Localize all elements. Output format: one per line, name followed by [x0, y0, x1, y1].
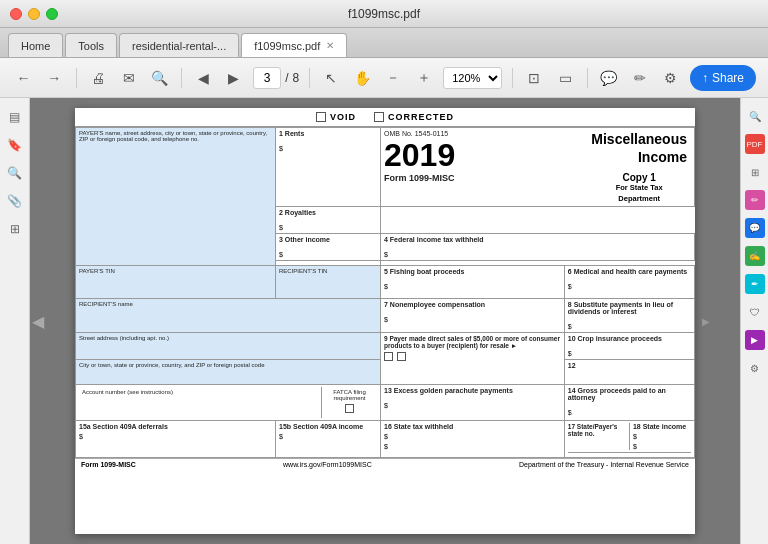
pan-tool[interactable]: ✋	[351, 64, 374, 92]
box12-cell: 12	[564, 360, 694, 385]
void-checkbox[interactable]	[316, 112, 326, 122]
box4-dollar: $	[384, 251, 691, 258]
box8-cell: 8 Substitute payments in lieu of dividen…	[564, 299, 694, 333]
box15a-dollar: $	[79, 433, 272, 440]
box7-dollar: $	[384, 316, 561, 323]
page-separator: /	[285, 71, 288, 85]
footer-form-name: Form 1099-MISC	[81, 461, 136, 468]
form-main-table: PAYER'S name, street address, city or to…	[75, 127, 695, 458]
scroll-right-arrow[interactable]: ▶	[702, 316, 710, 327]
box5-label: 5 Fishing boat proceeds	[384, 268, 561, 275]
box16-dollar2: $	[384, 443, 561, 450]
box15a-label: 15a Section 409A deferrals	[79, 423, 272, 430]
box18-inner: 18 State income $ $	[630, 423, 691, 450]
right-icon-security[interactable]: 🛡	[745, 302, 765, 322]
box10-dollar: $	[568, 350, 691, 357]
zoom-out-button[interactable]: －	[382, 64, 405, 92]
corrected-checkbox[interactable]	[374, 112, 384, 122]
copy-label: Copy 1	[591, 172, 687, 183]
form-name-label: Form 1099-MISC	[384, 173, 455, 183]
page-number-input[interactable]	[253, 67, 281, 89]
tab-residential[interactable]: residential-rental-...	[119, 33, 239, 57]
tab-f1099msc[interactable]: f1099msc.pdf ✕	[241, 33, 347, 57]
right-icon-edit[interactable]: ✏	[745, 190, 765, 210]
box5-cell: 5 Fishing boat proceeds $	[381, 266, 565, 299]
tabs-bar: Home Tools residential-rental-... f1099m…	[0, 28, 768, 58]
zoom-out-search[interactable]: 🔍	[148, 64, 171, 92]
zoom-in-button[interactable]: ＋	[412, 64, 435, 92]
zoom-select[interactable]: 120% 100% 75%	[443, 67, 502, 89]
box8-label: 8 Substitute payments in lieu of dividen…	[568, 301, 691, 315]
minimize-button[interactable]	[28, 8, 40, 20]
share-icon: ↑	[702, 71, 708, 85]
box2-cell: 2 Royalties $	[276, 207, 381, 234]
toolbar: ← → 🖨 ✉ 🔍 ◀ ▶ / 8 ↖ ✋ － ＋ 120% 100% 75% …	[0, 58, 768, 98]
next-page-button[interactable]: ▶	[222, 64, 245, 92]
more-tools-button[interactable]: ⚙	[659, 64, 682, 92]
payer-name-cell: PAYER'S name, street address, city or to…	[76, 128, 276, 266]
email-button[interactable]: ✉	[117, 64, 140, 92]
scroll-left-arrow[interactable]: ◀	[32, 312, 44, 331]
year-display: 2019	[384, 139, 455, 171]
tab-close-icon[interactable]: ✕	[326, 40, 334, 51]
copy-sublabel: For State TaxDepartment	[591, 183, 687, 204]
box17-inner: 17 State/Payer's state no.	[568, 423, 630, 450]
right-icon-fill[interactable]: ✍	[745, 246, 765, 266]
window-title: f1099msc.pdf	[348, 7, 420, 21]
box9-checkbox2[interactable]	[397, 352, 406, 361]
right-sidebar-zoom-icon[interactable]: 🔍	[745, 106, 765, 126]
box15b-dollar: $	[279, 433, 377, 440]
tab-tools[interactable]: Tools	[65, 33, 117, 57]
sidebar-layers-icon[interactable]: ⊞	[4, 218, 26, 240]
maximize-button[interactable]	[46, 8, 58, 20]
right-icon-sign[interactable]: ✒	[745, 274, 765, 294]
box9-checkbox[interactable]	[384, 352, 393, 361]
box13-label: 13 Excess golden parachute payments	[384, 387, 561, 394]
back-button[interactable]: ←	[12, 64, 35, 92]
box1-dollar: $	[279, 145, 377, 152]
box12-label: 12	[568, 362, 691, 369]
box18-label: 18 State income	[633, 423, 691, 430]
box7-cell: 7 Nonemployee compensation $	[381, 299, 565, 333]
box16-label: 16 State tax withheld	[384, 423, 561, 430]
comment-button[interactable]: 💬	[597, 64, 620, 92]
tab-home[interactable]: Home	[8, 33, 63, 57]
form-footer: Form 1099-MISC www.irs.gov/Form1099MISC …	[75, 458, 695, 470]
share-button[interactable]: ↑ Share	[690, 65, 756, 91]
box10-cell: 10 Crop insurance proceeds $	[564, 333, 694, 360]
right-icon-pdf[interactable]: PDF	[745, 134, 765, 154]
right-icon-action[interactable]: ▶	[745, 330, 765, 350]
fatca-checkbox[interactable]	[345, 404, 354, 413]
box3-dollar: $	[279, 251, 377, 258]
street-address-cell: Street address (including apt. no.)	[76, 333, 381, 360]
right-icon-3[interactable]: ⊞	[745, 162, 765, 182]
box10-label: 10 Crop insurance proceeds	[568, 335, 691, 342]
traffic-lights	[10, 8, 58, 20]
right-icon-share[interactable]: ⚙	[745, 358, 765, 378]
box13-cell: 13 Excess golden parachute payments $	[381, 385, 565, 421]
close-button[interactable]	[10, 8, 22, 20]
corrected-area: CORRECTED	[374, 112, 454, 122]
sidebar-search-icon[interactable]: 🔍	[4, 162, 26, 184]
presentation-button[interactable]: ▭	[554, 64, 577, 92]
footer-url: www.irs.gov/Form1099MISC	[283, 461, 372, 468]
void-area: VOID	[316, 112, 356, 122]
sidebar-bookmarks-icon[interactable]: 🔖	[4, 134, 26, 156]
box8-dollar: $	[568, 323, 691, 330]
box5-dollar: $	[384, 283, 561, 290]
cursor-tool[interactable]: ↖	[320, 64, 343, 92]
box1-cell: 1 Rents $	[276, 128, 381, 207]
sidebar-attachments-icon[interactable]: 📎	[4, 190, 26, 212]
right-icon-comment[interactable]: 💬	[745, 218, 765, 238]
fit-page-button[interactable]: ⊡	[523, 64, 546, 92]
prev-page-button[interactable]: ◀	[192, 64, 215, 92]
pen-button[interactable]: ✏	[628, 64, 651, 92]
sidebar-thumbnails-icon[interactable]: ▤	[4, 106, 26, 128]
print-button[interactable]: 🖨	[86, 64, 109, 92]
box1-label: 1 Rents	[279, 130, 377, 137]
box14-cell: 14 Gross proceeds paid to an attorney $	[564, 385, 694, 421]
recipient-tin-cell: RECIPIENT'S TIN	[276, 266, 381, 299]
omb-label: OMB No. 1545-0115	[384, 130, 455, 137]
box4-cell: 4 Federal income tax withheld $	[381, 234, 695, 261]
forward-button[interactable]: →	[43, 64, 66, 92]
